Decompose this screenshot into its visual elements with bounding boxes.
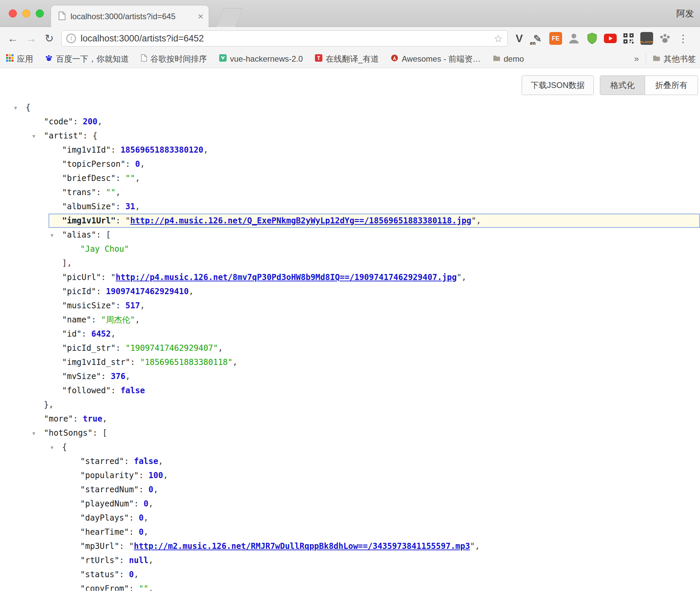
collapse-arrow-icon[interactable]: ▼ (51, 440, 53, 455)
other-bookmarks-label: 其他书签 (664, 54, 696, 64)
bookmark-baidu[interactable]: 百度一下，你就知道 (45, 54, 129, 64)
json-key: "mp3Url" (80, 541, 119, 551)
json-line: "starredNum": 0, (0, 483, 700, 497)
player-extension-icon[interactable]: PLAYER (639, 30, 655, 46)
json-url-link[interactable]: http://p4.music.126.net/Q_ExePNkmgB2yWyL… (130, 216, 471, 225)
collapse-arrow-icon[interactable]: ▼ (32, 426, 35, 440)
json-value: , (144, 513, 148, 523)
json-line: "mvSize": 376, (0, 369, 700, 383)
json-value: , (135, 174, 140, 183)
window-minimize-button[interactable] (22, 9, 30, 18)
bookmark-label: vue-hackernews-2.0 (230, 54, 303, 64)
bookmark-star-icon[interactable]: ☆ (494, 33, 503, 44)
json-value: : (96, 188, 106, 197)
tab-title: localhost:3000/artists?id=645 (70, 12, 195, 21)
json-value: 6452 (91, 329, 111, 339)
json-key: "picUrl" (62, 273, 101, 282)
json-value: , (148, 499, 153, 508)
reload-button[interactable]: ↻ (41, 30, 57, 46)
json-key: "name" (62, 315, 91, 324)
new-tab-button[interactable] (216, 8, 243, 27)
other-bookmarks-folder[interactable]: 其他书签 (653, 54, 696, 64)
collapse-arrow-icon[interactable]: ▼ (32, 129, 35, 143)
json-key: "musicSize" (62, 301, 116, 310)
collapse-all-button[interactable]: 折叠所有 (645, 75, 698, 95)
json-line: "name": "周杰伦", (0, 313, 700, 327)
back-button[interactable]: ← (5, 30, 21, 46)
json-value: "" (139, 584, 148, 591)
browser-tab[interactable]: localhost:3000/artists?id=645 × (51, 5, 209, 27)
browser-toolbar: ← → ↻ i localhost:3000/artists?id=6452 ☆… (0, 27, 700, 50)
youtube-extension-icon[interactable] (602, 30, 618, 46)
address-bar[interactable]: i localhost:3000/artists?id=6452 ☆ (61, 30, 508, 46)
json-value: : (134, 499, 144, 508)
collapse-arrow-icon[interactable]: ▼ (14, 101, 17, 115)
json-value: , (148, 556, 153, 565)
json-value: , (203, 145, 208, 155)
json-value: 100 (148, 471, 163, 480)
bookmark-label: 谷歌按时间排序 (150, 54, 207, 64)
json-value: }, (44, 400, 54, 409)
json-value: , (111, 329, 116, 339)
download-json-button[interactable]: 下载JSON数据 (522, 75, 594, 95)
json-line: "dayPlays": 0, (0, 511, 700, 525)
json-value: : (91, 315, 101, 324)
json-key: "artist" (44, 131, 83, 141)
window-close-button[interactable] (9, 9, 17, 18)
json-line: "img1v1Id": 18569651883380120, (0, 143, 700, 157)
profile-name[interactable]: 阿发 (676, 0, 694, 27)
translate-extension-icon[interactable]: ✎ en (529, 30, 546, 46)
json-value: "18569651883380118" (140, 357, 233, 367)
json-line: "hearTime": 0, (0, 525, 700, 539)
json-value: : (116, 343, 125, 353)
collapse-arrow-icon[interactable]: ▼ (51, 228, 53, 242)
translate-label: en (530, 40, 535, 46)
bookmark-apps[interactable]: 应用 (6, 54, 33, 64)
json-token: " (111, 273, 116, 282)
json-value: , (135, 202, 140, 211)
json-value: : { (83, 131, 97, 141)
json-value: , (163, 471, 168, 480)
bookmark-google-sort[interactable]: 谷歌按时间排序 (141, 54, 207, 64)
apps-grid-icon (6, 54, 13, 64)
forward-button[interactable]: → (23, 30, 39, 46)
bookmark-vue-hackernews[interactable]: vue-hackernews-2.0 (219, 54, 303, 64)
paw-extension-icon[interactable] (657, 30, 673, 46)
json-key: "mvSize" (62, 372, 101, 381)
json-value: false (120, 386, 145, 395)
json-url-link[interactable]: http://p4.music.126.net/8mv7qP30Pd3oHW8b… (116, 273, 457, 282)
bookmarks-overflow-icon[interactable]: » (634, 54, 639, 64)
page-info-icon[interactable]: i (66, 34, 76, 43)
json-value: , (140, 301, 145, 310)
browser-window: localhost:3000/artists?id=645 × 阿发 ← → ↻… (0, 0, 700, 591)
json-key: "hotSongs" (44, 428, 93, 438)
json-key: "status" (80, 570, 119, 579)
format-button[interactable]: 格式化 (600, 75, 645, 95)
json-value: 0 (148, 485, 153, 494)
youdao-icon (315, 54, 322, 64)
qrcode-extension-icon[interactable] (620, 30, 637, 46)
url-text[interactable]: localhost:3000/artists?id=6452 (81, 33, 494, 44)
json-value: : (73, 414, 83, 424)
vimium-extension-icon[interactable]: V (511, 30, 527, 46)
fe-extension-icon[interactable]: FE (548, 30, 564, 46)
json-value: , (102, 414, 107, 424)
json-line: ▼{ (0, 100, 700, 115)
json-value: { (26, 103, 30, 112)
json-value: : (82, 329, 91, 339)
user-extension-icon[interactable] (566, 30, 582, 46)
shield-extension-icon[interactable] (584, 30, 600, 46)
window-zoom-button[interactable] (36, 9, 44, 18)
json-tree: ▼{"code": 200,▼"artist": {"img1v1Id": 18… (0, 68, 700, 591)
json-line: "img1v1Id_str": "18569651883380118", (0, 355, 700, 369)
tab-close-icon[interactable]: × (198, 12, 203, 21)
json-line: ], (0, 256, 700, 270)
json-value: , (140, 159, 145, 169)
json-key: "picId" (62, 287, 96, 296)
chrome-menu-icon[interactable]: ⋮ (675, 30, 691, 46)
json-value: , (462, 273, 466, 282)
bookmark-awesomes[interactable]: Awesomes - 前端资… (391, 54, 480, 64)
bookmark-demo-folder[interactable]: demo (493, 54, 524, 64)
bookmark-youdao[interactable]: 在线翻译_有道 (315, 54, 379, 64)
json-url-link[interactable]: http://m2.music.126.net/RMJR7wDullRqppBk… (134, 541, 470, 551)
